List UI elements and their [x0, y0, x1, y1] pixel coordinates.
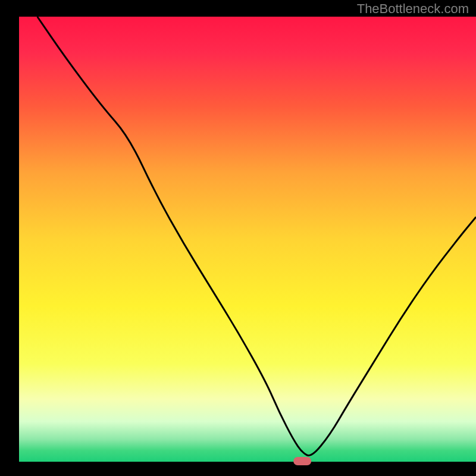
svg-rect-2: [0, 0, 19, 476]
watermark-text: TheBottleneck.com: [357, 1, 469, 17]
svg-rect-1: [0, 462, 476, 476]
chart-svg: [0, 0, 476, 476]
gradient-background: [19, 17, 476, 462]
optimal-point-marker: [293, 457, 311, 465]
bottleneck-chart: TheBottleneck.com: [0, 0, 476, 476]
